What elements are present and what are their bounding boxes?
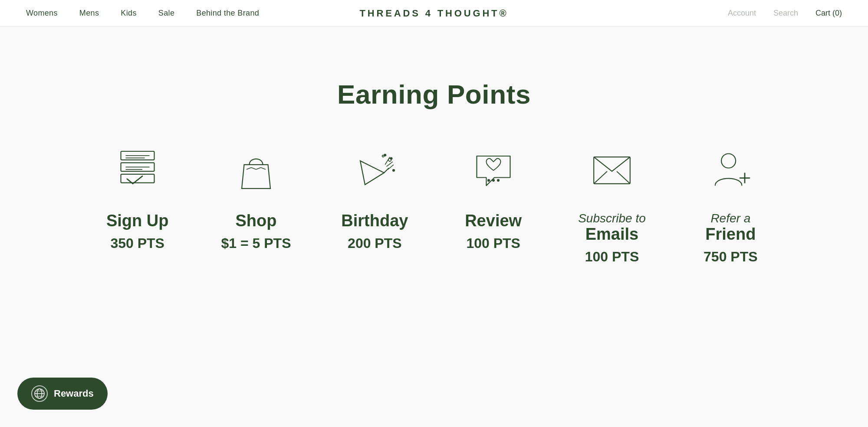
points-grid: Sign Up 350 PTS Shop $1 = 5 PTS — [43, 144, 825, 265]
point-item-refer-friend: Refer a Friend 750 PTS — [671, 144, 790, 265]
nav-account[interactable]: Account — [728, 9, 756, 18]
svg-point-21 — [492, 179, 494, 181]
refer-icon — [704, 144, 756, 196]
rewards-globe-icon — [31, 385, 48, 402]
birthday-pts: 200 PTS — [348, 235, 402, 251]
point-item-shop: Shop $1 = 5 PTS — [197, 144, 315, 251]
svg-point-20 — [487, 179, 489, 181]
shop-pts: $1 = 5 PTS — [221, 235, 291, 251]
nav-cart[interactable]: Cart (0) — [815, 9, 842, 18]
nav-mens[interactable]: Mens — [79, 9, 99, 18]
sign-up-label: Sign Up — [106, 212, 169, 230]
shop-icon — [230, 144, 282, 196]
subscribe-emails-pts: 100 PTS — [585, 249, 639, 265]
svg-line-7 — [247, 167, 251, 169]
nav-left: Womens Mens Kids Sale Behind the Brand — [26, 9, 259, 18]
point-item-birthday: Birthday 200 PTS — [316, 144, 434, 251]
nav-sale[interactable]: Sale — [158, 9, 174, 18]
rewards-label: Rewards — [54, 388, 94, 399]
point-item-sign-up: Sign Up 350 PTS — [78, 144, 197, 251]
svg-line-8 — [251, 167, 256, 169]
svg-line-14 — [388, 165, 394, 169]
brand-logo[interactable]: THREADS 4 THOUGHT® — [360, 8, 509, 19]
svg-point-17 — [393, 169, 395, 171]
point-item-review: Review 100 PTS — [434, 144, 552, 251]
review-pts: 100 PTS — [466, 235, 520, 251]
refer-friend-label: Refer a Friend — [705, 212, 756, 244]
sign-up-pts: 350 PTS — [110, 235, 164, 251]
birthday-label: Birthday — [341, 212, 408, 230]
svg-rect-2 — [121, 174, 154, 183]
svg-line-10 — [261, 167, 266, 169]
nav-right: Account Search Cart (0) — [728, 9, 842, 18]
review-label: Review — [465, 212, 522, 230]
nav-behind-the-brand[interactable]: Behind the Brand — [196, 9, 259, 18]
nav-search[interactable]: Search — [773, 9, 798, 18]
page-title: Earning Points — [337, 79, 531, 110]
point-item-subscribe-emails: Subscribe to Emails 100 PTS — [552, 144, 671, 265]
signup-icon — [112, 144, 164, 196]
rewards-button[interactable]: Rewards — [17, 378, 108, 410]
main-content: Earning Points Sign Up — [0, 27, 868, 417]
birthday-icon — [349, 144, 401, 196]
nav-womens[interactable]: Womens — [26, 9, 58, 18]
shop-label: Shop — [236, 212, 277, 230]
nav-kids[interactable]: Kids — [121, 9, 136, 18]
svg-point-18 — [384, 154, 386, 156]
svg-line-11 — [384, 168, 389, 173]
svg-line-24 — [594, 171, 607, 184]
svg-line-9 — [256, 167, 261, 169]
navigation: Womens Mens Kids Sale Behind the Brand T… — [0, 0, 868, 27]
subscribe-emails-label: Subscribe to Emails — [578, 212, 646, 244]
svg-point-26 — [721, 154, 736, 168]
svg-point-22 — [497, 179, 499, 181]
svg-line-25 — [617, 171, 630, 184]
svg-point-19 — [391, 157, 392, 159]
review-icon — [467, 144, 519, 196]
refer-friend-pts: 750 PTS — [704, 249, 758, 265]
email-icon — [586, 144, 638, 196]
